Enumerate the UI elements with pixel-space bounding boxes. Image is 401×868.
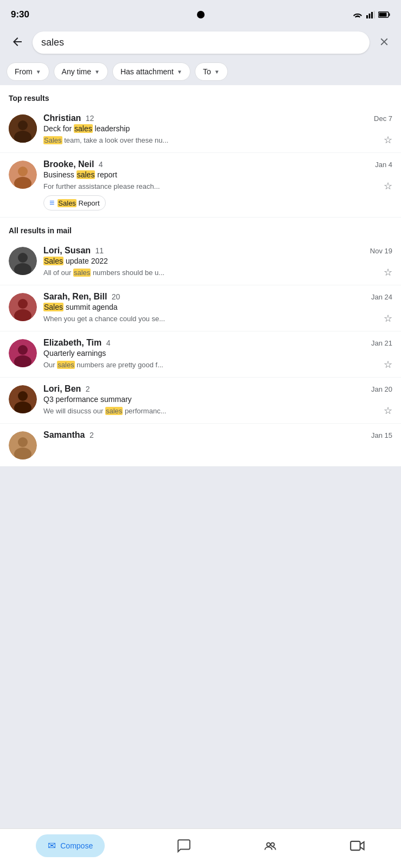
svg-point-11	[18, 167, 28, 176]
subject-brooke-neil: Business sales report	[43, 170, 392, 179]
star-lori-ben[interactable]: ☆	[384, 405, 392, 417]
subject-sarah-ren-bill: Sales summit agenda	[43, 303, 392, 311]
attachment-row-brooke-neil: ≡ Sales Report	[43, 195, 392, 210]
count-lori-susan: 11	[96, 246, 104, 255]
svg-rect-30	[351, 841, 360, 850]
email-item-samantha[interactable]: Samantha 2 Jan 15	[0, 424, 401, 467]
svg-point-23	[18, 391, 28, 401]
nav-chat[interactable]	[177, 839, 191, 853]
count-samantha: 2	[90, 431, 94, 439]
sender-lori-ben: Lori, Ben	[43, 384, 81, 393]
count-sarah-ren-bill: 20	[112, 292, 120, 301]
email-body-elizabeth-tim: Elizabeth, Tim 4 Jan 21 Quarterly earnin…	[43, 338, 392, 371]
date-lori-ben: Jan 20	[371, 385, 392, 393]
date-christian: Dec 7	[374, 114, 392, 123]
count-lori-ben: 2	[86, 385, 90, 393]
filter-has-attachment[interactable]: Has attachment ▼	[112, 62, 190, 81]
compose-button[interactable]: ✉ Compose	[36, 834, 105, 857]
preview-christian: Sales team, take a look over these nu...…	[43, 134, 392, 146]
bottom-nav: ✉ Compose	[0, 828, 401, 868]
svg-point-17	[18, 299, 28, 309]
date-sarah-ren-bill: Jan 24	[371, 293, 392, 301]
svg-rect-0	[366, 15, 368, 18]
avatar-christian	[9, 114, 37, 143]
sender-lori-susan: Lori, Susan	[43, 246, 91, 255]
filter-anytime[interactable]: Any time ▼	[54, 62, 108, 81]
filter-to[interactable]: To ▼	[195, 62, 228, 81]
star-lori-susan[interactable]: ☆	[384, 266, 392, 278]
compose-label: Compose	[60, 841, 93, 850]
svg-point-26	[18, 437, 28, 447]
svg-rect-6	[379, 13, 387, 17]
preview-lori-susan: All of our sales numbers should be u... …	[43, 266, 392, 278]
svg-point-28	[267, 843, 271, 847]
back-icon	[11, 35, 24, 48]
email-item-elizabeth-tim[interactable]: Elizabeth, Tim 4 Jan 21 Quarterly earnin…	[0, 331, 401, 378]
date-lori-susan: Nov 19	[370, 247, 392, 255]
back-button[interactable]	[9, 33, 26, 52]
email-body-lori-ben: Lori, Ben 2 Jan 20 Q3 performance summar…	[43, 384, 392, 417]
avatar-samantha	[9, 431, 37, 459]
email-item-brooke-neil[interactable]: Brooke, Neil 4 Jan 4 Business sales repo…	[0, 153, 401, 218]
subject-lori-ben: Q3 performance summary	[43, 395, 392, 404]
avatar-sarah-ren-bill	[9, 293, 37, 321]
svg-rect-3	[374, 11, 375, 18]
chevron-down-icon: ▼	[36, 69, 41, 75]
top-results-header: Top results	[0, 85, 401, 107]
star-christian[interactable]: ☆	[384, 134, 392, 146]
nav-spaces[interactable]	[263, 839, 278, 853]
filter-attachment-label: Has attachment	[120, 67, 174, 76]
filter-from[interactable]: From ▼	[7, 62, 49, 81]
subject-elizabeth-tim: Quarterly earnings	[43, 349, 392, 358]
date-brooke-neil: Jan 4	[375, 161, 392, 169]
email-item-christian[interactable]: Christian 12 Dec 7 Deck for sales leader…	[0, 107, 401, 153]
chat-icon	[177, 839, 191, 853]
preview-sarah-ren-bill: When you get a chance could you se... ☆	[43, 312, 392, 324]
nav-meet[interactable]	[350, 840, 365, 852]
svg-rect-5	[389, 14, 390, 16]
all-results-header: All results in mail	[0, 218, 401, 239]
date-elizabeth-tim: Jan 21	[371, 339, 392, 347]
count-brooke-neil: 4	[99, 160, 103, 169]
results-container: Top results Christian 12 Dec 7 Deck for …	[0, 85, 401, 467]
sender-brooke-neil: Brooke, Neil	[43, 159, 94, 169]
star-sarah-ren-bill[interactable]: ☆	[384, 312, 392, 324]
filter-to-label: To	[203, 67, 211, 76]
email-body-sarah-ren-bill: Sarah, Ren, Bill 20 Jan 24 Sales summit …	[43, 292, 392, 324]
preview-brooke-neil: For further assistance please reach... ☆	[43, 180, 392, 192]
status-time: 9:30	[11, 9, 29, 20]
chevron-down-icon: ▼	[177, 69, 182, 75]
spaces-icon	[263, 839, 278, 853]
attachment-label: Sales Report	[58, 199, 99, 207]
email-body-christian: Christian 12 Dec 7 Deck for sales leader…	[43, 113, 392, 146]
svg-rect-2	[371, 12, 373, 18]
sender-christian: Christian	[43, 113, 81, 123]
filter-row: From ▼ Any time ▼ Has attachment ▼ To ▼	[0, 58, 401, 85]
clear-button[interactable]	[376, 34, 392, 52]
compose-icon: ✉	[48, 840, 56, 852]
avatar-elizabeth-tim	[9, 339, 37, 367]
search-bar: sales	[0, 27, 401, 58]
svg-point-20	[18, 345, 28, 355]
attachment-chip[interactable]: ≡ Sales Report	[43, 195, 106, 210]
camera-indicator	[197, 11, 205, 18]
meet-icon	[350, 840, 365, 852]
email-item-sarah-ren-bill[interactable]: Sarah, Ren, Bill 20 Jan 24 Sales summit …	[0, 285, 401, 331]
sender-sarah-ren-bill: Sarah, Ren, Bill	[43, 292, 107, 301]
search-input-container[interactable]: sales	[33, 31, 370, 54]
email-body-lori-susan: Lori, Susan 11 Nov 19 Sales update 2022 …	[43, 246, 392, 278]
sender-elizabeth-tim: Elizabeth, Tim	[43, 338, 101, 347]
search-query: sales	[41, 37, 361, 48]
preview-lori-ben: We will disucss our sales performanc... …	[43, 405, 392, 417]
wifi-icon	[352, 11, 363, 18]
email-item-lori-susan[interactable]: Lori, Susan 11 Nov 19 Sales update 2022 …	[0, 239, 401, 285]
clear-icon	[378, 36, 390, 48]
email-item-lori-ben[interactable]: Lori, Ben 2 Jan 20 Q3 performance summar…	[0, 378, 401, 424]
doc-icon: ≡	[49, 198, 54, 208]
subject-lori-susan: Sales update 2022	[43, 257, 392, 265]
star-brooke-neil[interactable]: ☆	[384, 180, 392, 192]
star-elizabeth-tim[interactable]: ☆	[384, 359, 392, 371]
svg-point-14	[18, 253, 28, 263]
svg-rect-1	[369, 14, 371, 18]
count-elizabeth-tim: 4	[106, 339, 111, 347]
